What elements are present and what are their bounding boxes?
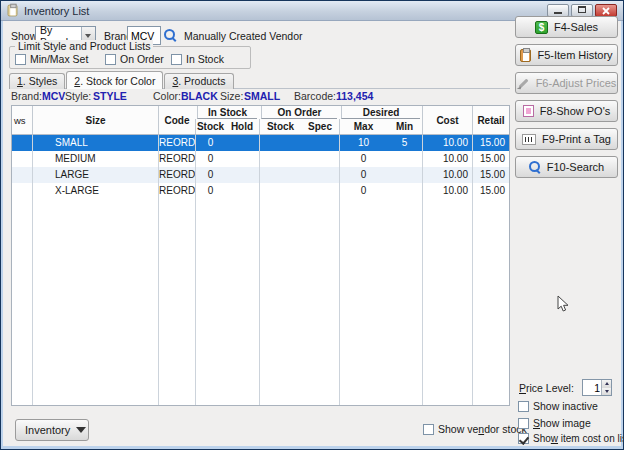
- f8-show-pos-button[interactable]: F8-Show PO's: [515, 100, 618, 122]
- show-item-cost-box[interactable]: [518, 433, 529, 444]
- vendor-name: Manually Created Vendor: [184, 30, 303, 42]
- f9-print-tag-button[interactable]: F9-Print a Tag: [515, 128, 618, 150]
- cell-max: 10: [339, 135, 387, 151]
- cell-min: [387, 151, 422, 167]
- cell-retail: 15.00: [472, 183, 509, 199]
- cell-code: REORD: [158, 167, 195, 183]
- header-spec[interactable]: Spec: [301, 119, 339, 134]
- header-retail[interactable]: Retail: [472, 106, 509, 134]
- show-image-box[interactable]: [518, 418, 529, 429]
- cell-ws: [12, 183, 32, 199]
- color-info-label: Color:: [153, 90, 181, 102]
- limit-group-legend: Limit Style and Product Lists: [15, 40, 153, 52]
- search-icon[interactable]: [164, 29, 176, 41]
- onorder-checkbox-box[interactable]: [105, 54, 116, 65]
- cell-min: [387, 167, 422, 183]
- price-level-input[interactable]: [583, 380, 601, 395]
- search-icon: [529, 161, 541, 173]
- table-row[interactable]: X-LARGE REORD 0 0 10.00 15.00: [12, 183, 509, 199]
- instock-checkbox-box[interactable]: [171, 54, 182, 65]
- minmax-checkbox[interactable]: Min/Max Set: [15, 53, 88, 65]
- f5-item-history-button[interactable]: F5-Item History: [515, 44, 618, 66]
- cell-oo-stock: [259, 135, 301, 151]
- cell-min: [387, 183, 422, 199]
- cell-hold: [225, 167, 259, 183]
- spin-down-button[interactable]: [602, 388, 611, 396]
- cell-stock: 0: [195, 167, 225, 183]
- color-info-value: BLACK: [181, 90, 218, 102]
- barcode-info-value: 113,454: [336, 90, 373, 102]
- header-ws: ws: [12, 106, 32, 134]
- size-info-label: Size:: [220, 90, 243, 102]
- close-icon: [602, 7, 610, 15]
- show-image-checkbox[interactable]: Show image: [518, 417, 591, 429]
- inventory-menu-label: Inventory: [25, 424, 70, 436]
- tab-styles[interactable]: 1. Styles: [9, 73, 65, 89]
- tab-products[interactable]: 3. Products: [164, 73, 233, 89]
- table-row[interactable]: MEDIUM REORD 0 0 10.00 15.00: [12, 151, 509, 167]
- dollar-icon: $: [535, 21, 548, 34]
- cell-spec: [301, 183, 339, 199]
- cell-spec: [301, 135, 339, 151]
- cell-cost: 10.00: [422, 183, 472, 199]
- cell-ws: [12, 135, 32, 151]
- barcode-info-label: Barcode:: [294, 90, 336, 102]
- inventory-list-window: Inventory List Show: By Brand Brand: Man…: [0, 0, 624, 450]
- clipboard-icon: [8, 5, 18, 17]
- instock-checkbox[interactable]: In Stock: [171, 53, 224, 65]
- mouse-cursor: [557, 295, 570, 313]
- header-min[interactable]: Min: [387, 119, 422, 134]
- header-stock[interactable]: Stock: [195, 119, 225, 134]
- show-item-cost-checkbox[interactable]: Show item cost on list: [518, 433, 624, 444]
- cell-oo-stock: [259, 151, 301, 167]
- cell-cost: 10.00: [422, 167, 472, 183]
- onorder-checkbox[interactable]: On Order: [105, 53, 164, 65]
- spin-up-button[interactable]: [602, 380, 611, 388]
- header-max[interactable]: Max: [339, 119, 387, 134]
- cell-max: 0: [339, 167, 387, 183]
- cell-ws: [12, 167, 32, 183]
- price-level-label: Price Level:: [519, 382, 574, 394]
- pencil-icon: [517, 77, 530, 90]
- tab-stock-for-color[interactable]: 2. Stock for Color: [66, 71, 163, 89]
- cell-code: REORD: [158, 135, 195, 151]
- inventory-menu-button[interactable]: Inventory: [15, 419, 89, 441]
- cell-hold: [225, 183, 259, 199]
- cell-spec: [301, 167, 339, 183]
- cell-size: MEDIUM: [32, 151, 158, 167]
- cell-ws: [12, 151, 32, 167]
- header-size[interactable]: Size: [32, 106, 158, 134]
- show-inactive-box[interactable]: [518, 401, 529, 412]
- cell-max: 0: [339, 183, 387, 199]
- price-level-stepper[interactable]: [582, 379, 612, 396]
- f4-sales-button[interactable]: $ F4-Sales: [515, 16, 618, 38]
- cell-size: LARGE: [32, 167, 158, 183]
- cell-oo-stock: [259, 167, 301, 183]
- maximize-icon: [578, 6, 586, 13]
- minmax-checkbox-box[interactable]: [15, 54, 26, 65]
- brand-info-value: MCV: [42, 90, 65, 102]
- header-hold[interactable]: Hold: [225, 119, 259, 134]
- table-row[interactable]: SMALL REORD 0 10 5 10.00 15.00: [12, 135, 509, 151]
- cell-size: X-LARGE: [32, 183, 158, 199]
- cell-max: 0: [339, 151, 387, 167]
- f10-search-button[interactable]: F10-Search: [515, 156, 618, 178]
- header-code[interactable]: Code: [158, 106, 195, 134]
- table-filler: [12, 199, 509, 405]
- header-on-order: On Order: [261, 106, 337, 119]
- f6-adjust-prices-button: F6-Adjust Prices: [515, 72, 618, 94]
- table-row[interactable]: LARGE REORD 0 0 10.00 15.00: [12, 167, 509, 183]
- cell-cost: 10.00: [422, 151, 472, 167]
- show-vendor-stock-checkbox[interactable]: Show vendor stock: [423, 423, 527, 435]
- header-cost[interactable]: Cost: [422, 106, 472, 134]
- size-info-value: SMALL: [244, 90, 280, 102]
- show-inactive-checkbox[interactable]: Show inactive: [518, 400, 598, 412]
- header-oo-stock[interactable]: Stock: [259, 119, 301, 134]
- cell-code: REORD: [158, 183, 195, 199]
- cell-stock: 0: [195, 151, 225, 167]
- cell-retail: 15.00: [472, 151, 509, 167]
- cell-code: REORD: [158, 151, 195, 167]
- cell-stock: 0: [195, 183, 225, 199]
- header-in-stock: In Stock: [197, 106, 257, 119]
- show-vendor-stock-box[interactable]: [423, 424, 434, 435]
